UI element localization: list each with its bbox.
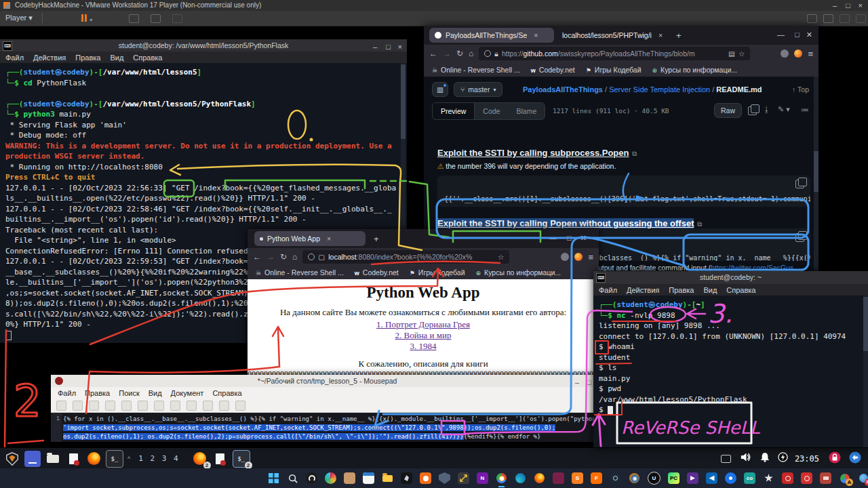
cut-icon[interactable] [170,401,180,411]
bookmark-star-icon[interactable]: ☆ [738,49,745,58]
tab-preview[interactable]: Preview [433,103,475,119]
raw-button[interactable]: Raw [714,103,742,118]
taskbar-app-icon-photo[interactable] [344,472,355,484]
tab-localhost-phptwig[interactable]: localhost/lesson5/PHPTwig/i× [557,28,669,43]
menu-item[interactable]: Вид [703,286,717,294]
running-firefox-icon[interactable]: 2 [192,451,208,467]
terminal-titlebar[interactable]: ⌨ student@codeby: /var/www/html/lesson5/… [0,39,407,52]
file-explorer-icon[interactable] [382,472,393,484]
code-block-1[interactable]: {{''.__class__.mro()[1].__subclasses__()… [437,176,810,207]
vm-device-icon-4[interactable] [856,14,866,23]
menu-item[interactable]: Файл [599,286,617,294]
terminal-output[interactable]: ┌──(student㉿codeby)-[~]└─$ nc -nvlp 9898… [593,296,868,447]
running-mousepad-icon[interactable] [212,451,229,467]
vmware-workstation-icon[interactable] [458,472,469,484]
pocket-icon[interactable] [781,49,789,58]
vm-unity-icon[interactable] [172,14,182,23]
kali-menu-icon[interactable] [4,451,20,467]
search-icon[interactable] [287,472,298,484]
scrollbar-thumb[interactable] [401,64,406,139]
forward-icon[interactable]: → [267,252,275,262]
running-terminal-icon[interactable]: $_2 [233,450,250,468]
outline-icon[interactable]: ≔ [801,105,809,115]
chrome-icon[interactable] [496,472,507,484]
close-button[interactable]: ✕ [580,234,587,243]
firefox-launcher-icon[interactable] [85,451,102,467]
bookmark-item[interactable]: Online - Reverse Shell ... [256,268,344,277]
breadcrumb-folder-link[interactable]: Server Side Template Injection [609,85,710,94]
save-as-icon[interactable] [105,401,115,411]
mousepad-launcher-icon[interactable] [65,451,81,467]
vmware-minimize-button[interactable]: – [833,0,837,11]
search-icon[interactable] [219,401,229,411]
taskbar-app-icon-steam[interactable] [610,472,621,484]
save-icon[interactable] [89,401,99,411]
bookmark-item[interactable]: Курсы по информаци... [476,268,561,277]
taskbar-app-icon-gear1[interactable] [782,472,793,484]
blender-icon[interactable] [629,472,640,484]
screen-lock-icon[interactable] [829,451,841,466]
readme-heading-2[interactable]: Exploit the SSTI by calling Popen withou… [437,217,702,229]
back-icon[interactable]: ← [253,252,261,262]
maximize-button[interactable]: □ [567,234,572,242]
tab-blame[interactable]: Blame [508,107,545,115]
taskbar-app-icon-obsidian[interactable] [401,472,412,484]
download-icon[interactable]: ⭳ [763,105,770,113]
taskbar-app-icon-slack[interactable] [325,472,336,484]
new-tab-button[interactable]: + [676,30,682,41]
vmware-player-menu[interactable]: Player ▾ [5,14,33,22]
vmware-close-button[interactable]: × [859,0,863,11]
menu-item[interactable]: Документ [171,389,204,397]
menu-hamburger-icon[interactable]: ≡ [588,252,593,262]
firefox-icon[interactable] [534,472,545,484]
back-icon[interactable]: ← [429,49,437,58]
reload-icon[interactable]: ↻ [456,49,463,58]
taskbar-app-icon-onenote[interactable]: N [477,472,488,484]
minimize-button[interactable]: — [777,30,785,39]
menu-item[interactable]: Файл [5,54,24,62]
menu-item[interactable]: Справка [212,389,241,397]
taskbar-app-icon-shield[interactable] [439,472,450,484]
chevron-up-icon[interactable]: ^ [127,455,130,462]
menu-item[interactable]: Справка [726,286,755,294]
copy-file-icon[interactable] [748,106,757,115]
branch-selector[interactable]: ⑂ master ▾ [454,82,502,97]
tab-close-icon[interactable]: × [327,235,331,243]
edge-icon[interactable] [515,472,526,484]
breadcrumb-repo-link[interactable]: PayloadsAllTheThings [523,85,603,94]
vm-pause-button[interactable]: ▾ [81,14,92,23]
tab-close-icon[interactable]: × [534,31,538,39]
undo-icon[interactable] [138,401,148,411]
menu-hamburger-icon[interactable]: ≡ [808,49,813,59]
menu-item[interactable]: Поиск [119,389,139,397]
bookmark-star-icon[interactable]: ☆ [498,253,504,261]
book-link-3[interactable]: 3. 1984 [410,341,437,351]
bookmark-item[interactable]: Codeby.net [355,268,399,277]
volume-icon[interactable] [741,452,752,465]
redo-icon[interactable] [154,401,164,411]
new-icon[interactable] [56,401,66,411]
taskbar-app-icon-a[interactable] [553,472,564,484]
anchor-link-icon[interactable]: ⧉ [697,220,702,228]
mousepad-editor[interactable]: 1 {% for x in ().__class__.__base__.__su… [51,413,604,442]
vm-device-icon-2[interactable] [823,14,833,23]
copy-code-icon[interactable] [795,180,804,188]
taskbar-app-icon-co[interactable]: co [744,472,755,484]
home-icon[interactable]: ⌂ [292,252,297,262]
back-to-top-link[interactable]: ↑ Top [792,85,809,94]
terminal-scrollbar[interactable] [863,296,868,447]
taskbar-app-icon-red[interactable] [820,472,831,484]
power-manager-icon[interactable] [778,452,788,465]
vm-device-icon-3[interactable] [840,14,850,23]
pycharm-icon[interactable]: PC [668,472,679,484]
bookmark-item[interactable]: Курсы по информаци... [652,66,737,74]
editor-text[interactable]: {% for x in ().__class__.__base__.__subc… [63,415,599,441]
reload-icon[interactable] [121,401,132,411]
book-link-2[interactable]: 2. Война и мир [395,330,452,340]
taskbar-app-icon-gauge[interactable] [306,472,317,484]
show-desktop-icon[interactable] [721,455,731,463]
search-replace-icon[interactable] [235,401,245,411]
menu-item[interactable]: Правка [669,286,694,294]
maps-pin-icon[interactable] [725,472,736,484]
forward-icon[interactable]: → [443,49,451,58]
